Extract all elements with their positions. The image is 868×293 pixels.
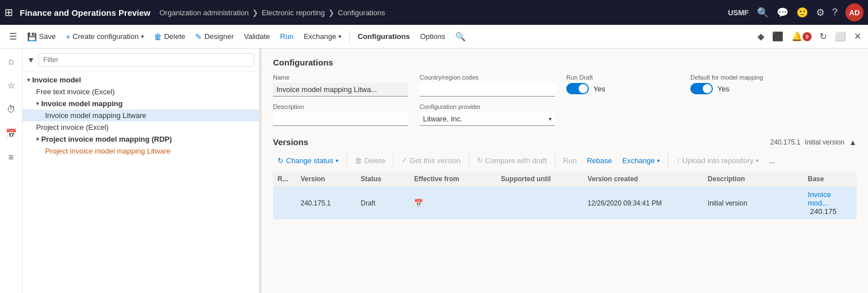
validate-label: Validate [244,32,270,41]
calendar-picker-icon[interactable]: 📅 [414,199,423,207]
versions-header-right: 240.175.1 Initial version ▲ [770,138,857,147]
sidebar-toggle-icon[interactable]: ⬛ [770,29,786,44]
filter-icon[interactable]: ▼ [27,55,35,64]
breadcrumb-chevron-1: ❯ [252,8,258,17]
open-new-icon[interactable]: ⬜ [832,29,848,44]
toolbar-separator-1 [349,30,350,43]
filter-input[interactable] [38,53,254,67]
upload-repository-button[interactable]: ↑ Upload into repository ▾ [672,155,763,167]
run-draft-toggle[interactable] [566,83,589,94]
notifications-badge-icon[interactable]: 🔔0 [789,29,814,45]
upload-label: Upload into repository [682,156,754,165]
get-version-button[interactable]: ✓ Get this version [397,155,465,167]
change-status-chevron-icon: ▾ [336,158,338,164]
validate-button[interactable]: Validate [240,30,275,43]
country-input[interactable] [420,83,555,97]
run-draft-toggle-row: Yes [566,83,679,94]
rebase-button[interactable]: Rebase [582,155,616,167]
emoji-icon[interactable]: 🙂 [796,7,808,19]
ver-separator-3 [469,154,469,167]
name-input[interactable] [273,83,408,97]
calendar-side-icon[interactable]: 📅 [2,125,20,142]
ver-separator-2 [393,154,394,167]
diamond-icon[interactable]: ◆ [755,29,766,44]
col-header-r: R... [273,172,296,187]
versions-version-badge: 240.175.1 [770,138,800,146]
apps-grid-icon[interactable]: ⊞ [5,6,13,19]
run-button[interactable]: Run [276,30,298,43]
versions-exchange-button[interactable]: Exchange ▾ [618,155,664,167]
country-field-group: Country/region codes [420,74,555,97]
cell-base: Invoice mod... 240.175 [803,187,857,220]
cell-status: Draft [356,187,410,220]
help-icon[interactable]: ? [832,7,838,18]
list-icon[interactable]: ≡ [5,149,17,166]
tree-item-invoice-model[interactable]: ▾ Invoice model [23,74,259,86]
default-mapping-toggle[interactable] [690,83,713,94]
ver-separator-1 [346,154,347,167]
main-layout: ⌂ ☆ ⏱ 📅 ≡ ▼ ▾ Invoice model Free text in… [0,49,868,293]
get-version-label: Get this version [409,156,460,165]
default-mapping-knob [703,84,712,93]
save-label: Save [39,32,56,41]
tree-item-project-invoice-excel[interactable]: Project invoice (Excel) [23,121,259,133]
main-toolbar: ☰ 💾 Save + Create configuration ▾ 🗑 Dele… [0,25,868,49]
versions-more-button[interactable]: ... [764,155,779,167]
change-status-button[interactable]: ↻ Change status ▾ [273,155,343,167]
cell-description: Initial version [703,187,803,220]
col-header-base: Base [803,172,857,187]
home-icon[interactable]: ⌂ [5,53,17,70]
cell-base-value: 240.175 [810,207,836,216]
compare-draft-label: Compare with draft [485,156,547,165]
cell-r [273,187,296,220]
configurations-tab[interactable]: Configurations [353,30,414,43]
default-mapping-toggle-label: Yes [717,85,729,93]
tree-item-invoice-model-mapping-litware[interactable]: Invoice model mapping Litware [23,110,259,121]
panel-resize-handle[interactable] [259,49,262,293]
config-provider-select[interactable]: Litware, Inc. ▾ [420,112,555,126]
options-tab[interactable]: Options [416,30,450,43]
clock-icon[interactable]: ⏱ [3,101,19,118]
cell-effective[interactable]: 📅 [409,187,496,220]
create-configuration-button[interactable]: + Create configuration ▾ [61,30,148,43]
versions-more-label: ... [769,156,775,165]
refresh-icon[interactable]: ↻ [817,29,829,44]
description-input[interactable] [273,112,408,126]
exchange-chevron-icon: ▾ [338,33,341,40]
notifications-icon[interactable]: 💬 [777,7,788,19]
configurations-section-title: Configurations [273,58,857,67]
tree-item-invoice-mapping-label: Invoice model mapping [41,99,122,108]
close-icon[interactable]: ✕ [852,29,863,44]
exchange-label: Exchange [303,32,336,41]
tree-item-project-mapping-litware[interactable]: Project invoice model mapping Litware [23,145,259,157]
versions-exchange-label: Exchange [622,156,655,165]
hamburger-button[interactable]: ☰ [5,29,21,44]
user-avatar[interactable]: AD [845,3,863,21]
compare-draft-icon: ↻ [477,156,483,164]
base-link[interactable]: Invoice mod... [808,190,831,207]
delete-label: Delete [164,32,186,41]
breadcrumb: Organization administration ❯ Electronic… [160,8,728,17]
tree-item-free-text-invoice[interactable]: Free text invoice (Excel) [23,86,259,98]
config-provider-group: Configuration provider Litware, Inc. ▾ [420,103,555,126]
star-icon[interactable]: ☆ [4,77,19,94]
create-chevron-icon: ▾ [141,33,144,40]
breadcrumb-er[interactable]: Electronic reporting [262,8,325,17]
tree-item-invoice-model-mapping-group[interactable]: ▾ Invoice model mapping [23,98,259,110]
designer-button[interactable]: ✎ Designer [191,30,238,43]
save-button[interactable]: 💾 Save [23,30,60,43]
toolbar-search-icon[interactable]: 🔍 [451,29,470,44]
delete-button[interactable]: 🗑 Delete [149,30,190,43]
breadcrumb-org[interactable]: Organization administration [160,8,249,17]
breadcrumb-configs[interactable]: Configurations [338,8,385,17]
search-icon[interactable]: 🔍 [757,7,769,19]
config-provider-value: Litware, Inc. [423,115,462,123]
versions-run-button[interactable]: Run [559,155,581,167]
versions-delete-button[interactable]: 🗑 Delete [350,155,390,167]
settings-icon[interactable]: ⚙ [816,7,825,19]
tree-item-project-invoice-rdp-group[interactable]: ▾ Project invoice model mapping (RDP) [23,133,259,145]
exchange-button[interactable]: Exchange ▾ [299,30,346,43]
versions-collapse-icon[interactable]: ▲ [849,138,857,147]
compare-draft-button[interactable]: ↻ Compare with draft [473,155,552,167]
table-row[interactable]: 240.175.1 Draft 📅 12/26/2020 09:34:41 PM… [273,187,857,220]
